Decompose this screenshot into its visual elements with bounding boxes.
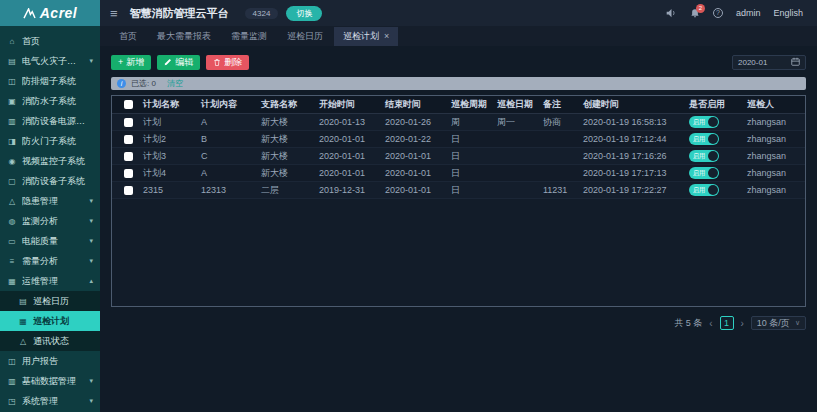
operation-management-icon: ▦ — [7, 277, 17, 286]
inspection-plan-table: 计划名称 计划内容 支路名称 开始时间 结束时间 巡检周期 巡检日期 备注 创建… — [111, 95, 806, 307]
notification-bell-icon[interactable]: 2 — [690, 8, 700, 19]
plus-icon: + — [118, 57, 123, 67]
cell-created-time: 2020-01-19 16:58:13 — [580, 117, 686, 127]
sidebar-item-power-quality[interactable]: ▭ 电能质量 ▾ — [0, 231, 100, 251]
page-number-button[interactable]: 1 — [720, 316, 734, 330]
power-quality-icon: ▭ — [7, 237, 17, 246]
delete-button[interactable]: 删除 — [206, 55, 249, 70]
main-area: 首页 最大需量报表 需量监测 巡检日历 巡检计划 × + 新增 编辑 — [100, 26, 817, 412]
row-checkbox-cell — [116, 118, 140, 127]
sidebar-subitem-communication-status[interactable]: △ 通讯状态 — [0, 331, 100, 351]
sidebar-item-fire-equipment-subsystem[interactable]: ▢ 消防设备子系统 — [0, 171, 100, 191]
collapse-menu-icon[interactable]: ≡ — [110, 6, 118, 21]
sidebar-item-fire-equipment-power-subsystem[interactable]: ▥ 消防设备电源子系统 — [0, 111, 100, 131]
tab-label: 巡检计划 — [343, 30, 379, 43]
clear-selection-link[interactable]: 清空 — [167, 78, 183, 89]
sidebar-item-monitoring-analysis[interactable]: ◍ 监测分析 ▾ — [0, 211, 100, 231]
chevron-down-icon: ∨ — [795, 319, 800, 327]
close-tab-icon[interactable]: × — [384, 31, 389, 41]
username[interactable]: admin — [736, 8, 761, 18]
language-switch[interactable]: English — [773, 8, 803, 18]
cell-inspector: zhangsan — [744, 151, 801, 161]
enable-toggle[interactable]: 启用 — [689, 116, 719, 128]
sidebar-item-electrical-fire-subsystem[interactable]: ▤ 电气火灾子系统 ▾ — [0, 51, 100, 71]
pagination-total: 共 5 条 — [674, 317, 702, 330]
sidebar-item-label: 运维管理 — [22, 275, 84, 288]
enable-toggle[interactable]: 启用 — [689, 133, 719, 145]
table-row[interactable]: 计划3 C 新大楼 2020-01-01 2020-01-01 日 2020-0… — [112, 148, 805, 165]
header-end-time: 结束时间 — [382, 98, 448, 111]
enable-toggle[interactable]: 启用 — [689, 167, 719, 179]
tab-max-demand-report[interactable]: 最大需量报表 — [148, 27, 220, 46]
row-checkbox-cell — [116, 135, 140, 144]
chevron-down-icon: ▾ — [89, 237, 93, 245]
sidebar-item-label: 消防水子系统 — [22, 95, 88, 108]
cell-end-time: 2020-01-26 — [382, 117, 448, 127]
content: + 新增 编辑 删除 2020-01 i 已选: 0 — [100, 46, 817, 412]
layout: ⌂ 首页 ▤ 电气火灾子系统 ▾ ◫ 防排烟子系统 ▣ 消防水子系统 ▥ 消防设… — [0, 26, 817, 412]
sidebar-item-label: 隐患管理 — [22, 195, 84, 208]
sidebar-item-label: 消防设备电源子系统 — [22, 115, 88, 128]
sidebar-item-demand-analysis[interactable]: ≡ 需量分析 ▾ — [0, 251, 100, 271]
table-row[interactable]: 计划4 A 新大楼 2020-01-01 2020-01-01 日 2020-0… — [112, 165, 805, 182]
sidebar-item-label: 防火门子系统 — [22, 135, 88, 148]
table-row[interactable]: 2315 12313 二层 2019-12-31 2020-01-01 日 11… — [112, 182, 805, 199]
tab-inspection-calendar[interactable]: 巡检日历 — [278, 27, 332, 46]
enable-toggle[interactable]: 启用 — [689, 150, 719, 162]
sidebar-subitem-inspection-calendar[interactable]: ▤ 巡检日历 — [0, 291, 100, 311]
analysis-icon: ◍ — [7, 217, 17, 226]
sidebar-item-home[interactable]: ⌂ 首页 — [0, 31, 100, 51]
cell-end-time: 2020-01-01 — [382, 168, 448, 178]
selection-count-text: 已选: 0 — [131, 78, 156, 89]
header-plan-name: 计划名称 — [140, 98, 198, 111]
toggle-knob — [708, 168, 718, 178]
row-checkbox[interactable] — [124, 152, 133, 161]
table-row[interactable]: 计划2 B 新大楼 2020-01-01 2020-01-22 日 2020-0… — [112, 131, 805, 148]
sidebar-item-video-monitoring-subsystem[interactable]: ◉ 视频监控子系统 — [0, 151, 100, 171]
row-checkbox[interactable] — [124, 135, 133, 144]
row-checkbox[interactable] — [124, 118, 133, 127]
notification-count-badge: 2 — [696, 4, 705, 13]
cell-inspector: zhangsan — [744, 134, 801, 144]
chevron-down-icon: ▾ — [89, 217, 93, 225]
tab-demand-monitoring[interactable]: 需量监测 — [222, 27, 276, 46]
sidebar-item-hazard-management[interactable]: △ 隐患管理 ▾ — [0, 191, 100, 211]
page-title: 智慧消防管理云平台 — [130, 6, 229, 21]
sound-icon[interactable] — [666, 8, 677, 18]
prev-page-button[interactable]: ‹ — [709, 318, 712, 329]
system-management-icon: ◳ — [7, 397, 17, 406]
cell-remark: 协商 — [540, 116, 580, 129]
sidebar-item-user-report[interactable]: ◫ 用户报告 — [0, 351, 100, 371]
help-icon[interactable]: ? — [713, 8, 723, 18]
add-button[interactable]: + 新增 — [111, 55, 151, 70]
row-checkbox[interactable] — [124, 186, 133, 195]
sidebar-subitem-inspection-plan[interactable]: ▦ 巡检计划 — [0, 311, 100, 331]
next-page-button[interactable]: › — [741, 318, 744, 329]
enable-toggle[interactable]: 启用 — [689, 184, 719, 196]
toggle-knob — [708, 134, 718, 144]
month-picker[interactable]: 2020-01 — [732, 55, 806, 70]
sidebar-item-fire-door-subsystem[interactable]: ◨ 防火门子系统 — [0, 131, 100, 151]
sidebar-item-basic-data-management[interactable]: ▥ 基础数据管理 ▾ — [0, 371, 100, 391]
sidebar-item-smoke-exhaust-subsystem[interactable]: ◫ 防排烟子系统 — [0, 71, 100, 91]
table-row[interactable]: 计划 A 新大楼 2020-01-13 2020-01-26 周 周一 协商 2… — [112, 114, 805, 131]
tab-inspection-plan[interactable]: 巡检计划 × — [334, 27, 398, 46]
switch-button[interactable]: 切换 — [286, 6, 322, 21]
acrel-logo-icon — [23, 8, 36, 19]
topbar: Acrel ≡ 智慧消防管理云平台 4324 切换 2 ? admin Engl… — [0, 0, 817, 26]
header-inspector: 巡检人 — [744, 98, 801, 111]
sidebar-item-operation-management[interactable]: ▦ 运维管理 ▴ — [0, 271, 100, 291]
cell-inspection-cycle: 日 — [448, 184, 494, 197]
trash-icon — [213, 58, 221, 67]
logo: Acrel — [0, 0, 100, 26]
page-size-select[interactable]: 10 条/页 ∨ — [751, 316, 806, 330]
sidebar-item-system-management[interactable]: ◳ 系统管理 ▾ — [0, 391, 100, 411]
select-all-checkbox[interactable] — [124, 100, 133, 109]
tab-home[interactable]: 首页 — [110, 27, 146, 46]
edit-button[interactable]: 编辑 — [157, 55, 200, 70]
toggle-label: 启用 — [693, 169, 705, 178]
cell-plan-name: 计划4 — [140, 167, 198, 180]
row-checkbox[interactable] — [124, 169, 133, 178]
cell-end-time: 2020-01-22 — [382, 134, 448, 144]
sidebar-item-fire-water-subsystem[interactable]: ▣ 消防水子系统 — [0, 91, 100, 111]
